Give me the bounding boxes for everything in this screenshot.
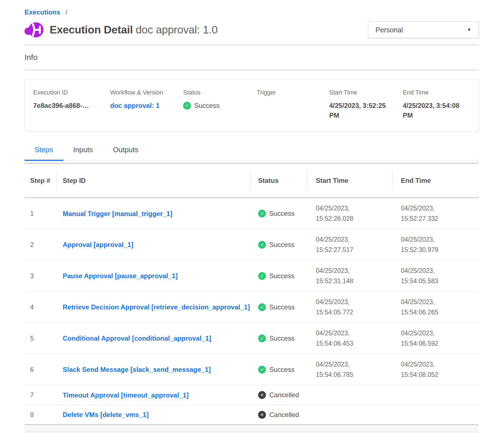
column-header: Start Time [307, 163, 392, 198]
status-label: Success [269, 210, 295, 217]
workspace-dropdown-value: Personal [375, 26, 403, 34]
step-number-cell: 1 [25, 198, 57, 229]
step-link[interactable]: Pause Approval [pause_approval_1] [63, 272, 178, 280]
chevron-down-icon: ▼ [467, 27, 471, 32]
success-icon: ✓ [183, 102, 191, 110]
workspace-dropdown[interactable]: Personal ▼ [368, 21, 479, 38]
step-id-cell: Retrieve Decision Approval [retrieve_dec… [57, 292, 250, 323]
step-id-cell: Timeout Approval [timeout_approval_1] [57, 385, 250, 405]
end-time-cell: 04/25/2023, 15:54:08.052 [392, 354, 479, 385]
page-title: Execution Detail [50, 24, 133, 36]
table-row: 6Slack Send Message [slack_send_message_… [25, 354, 479, 385]
tab-inputs[interactable]: Inputs [63, 146, 103, 160]
table-row: 3Pause Approval [pause_approval_1]✓Succe… [25, 260, 479, 292]
step-link[interactable]: Delete VMs [delete_vms_1] [63, 411, 149, 418]
end-time-cell [392, 405, 479, 425]
step-link[interactable]: Retrieve Decision Approval [retrieve_dec… [63, 303, 250, 311]
workflow-logo-icon [25, 21, 43, 38]
status-badge: ✕Cancelled [258, 391, 307, 399]
step-number-cell: 5 [25, 323, 57, 354]
status-label: Success [269, 241, 295, 249]
step-number-cell: 8 [25, 405, 57, 425]
status-cell: ✓Success [250, 354, 307, 385]
end-time-cell: 04/25/2023, 15:54:06.592 [392, 323, 479, 354]
column-header: Status [250, 163, 307, 198]
success-icon: ✓ [258, 303, 266, 311]
steps-table: Step #Step IDStatusStart TimeEnd Time 1M… [25, 163, 479, 425]
start-time-cell: 04/25/2023, 15:54:06.453 [307, 323, 392, 354]
step-number-cell: 3 [25, 260, 57, 292]
info-field-label: Trigger [257, 89, 329, 96]
start-time-cell: 04/25/2023, 15:54:05.772 [307, 292, 392, 323]
table-row: 7Timeout Approval [timeout_approval_1]✕C… [25, 385, 479, 405]
info-field-value: 4/25/2023, 3:52:25 PM [329, 101, 389, 120]
cancelled-icon: ✕ [258, 411, 266, 419]
status-cell: ✕Cancelled [250, 385, 307, 405]
workflow-version-link[interactable]: doc approval: 1 [110, 101, 170, 110]
step-id-cell: Manual Trigger [manual_trigger_1] [57, 198, 250, 229]
end-time-cell: 04/25/2023, 15:54:05.583 [392, 260, 479, 292]
status-label: Success [194, 101, 220, 110]
status-cell: ✕Cancelled [250, 405, 307, 425]
status-badge: ✓Success [258, 272, 307, 280]
breadcrumb-executions-link[interactable]: Executions [25, 8, 60, 16]
end-time-cell: 04/25/2023, 15:54:06.265 [392, 292, 479, 323]
step-link[interactable]: Approval [approval_1] [63, 241, 133, 248]
step-number-cell: 7 [25, 385, 57, 405]
info-card: Execution ID7e8ac396-a868-…Workflow & Ve… [25, 79, 479, 132]
divider-under-title [25, 45, 479, 45]
step-link[interactable]: Slack Send Message [slack_send_message_1… [63, 366, 211, 373]
success-icon: ✓ [258, 366, 266, 374]
table-row: 1Manual Trigger [manual_trigger_1]✓Succe… [25, 198, 479, 229]
info-field: Start Time4/25/2023, 3:52:25 PM [329, 89, 403, 120]
end-time-cell: 04/25/2023, 15:52:27.332 [392, 198, 479, 229]
step-id-cell: Delete VMs [delete_vms_1] [57, 405, 250, 425]
info-section-title: Info [25, 53, 479, 62]
column-header: End Time [392, 163, 479, 198]
divider-under-info [25, 70, 479, 70]
start-time-cell [307, 385, 392, 405]
breadcrumb-separator: / [66, 8, 67, 16]
table-row: 8Delete VMs [delete_vms_1]✕Cancelled [25, 405, 479, 425]
status-cell: ✓Success [250, 292, 307, 323]
info-field-value: 4/25/2023, 3:54:08 PM [403, 101, 463, 120]
status-label: Success [269, 303, 295, 311]
info-field-label: Execution ID [33, 89, 110, 96]
tab-outputs[interactable]: Outputs [103, 146, 148, 160]
tabs-bar: StepsInputsOutputs [25, 146, 479, 161]
page-title-group: Execution Detaildoc approval: 1.0 [50, 24, 218, 36]
status-label: Cancelled [269, 391, 299, 399]
success-icon: ✓ [258, 335, 266, 342]
step-id-cell: Approval [approval_1] [57, 229, 250, 260]
table-row: 4Retrieve Decision Approval [retrieve_de… [25, 292, 479, 323]
steps-table-body: 1Manual Trigger [manual_trigger_1]✓Succe… [25, 198, 479, 425]
title-row: Execution Detaildoc approval: 1.0 Person… [25, 21, 479, 39]
step-link[interactable]: Timeout Approval [timeout_approval_1] [63, 391, 189, 399]
column-header: Step ID [57, 163, 250, 198]
steps-table-header: Step #Step IDStatusStart TimeEnd Time [25, 163, 479, 198]
status-badge: ✓Success [258, 303, 307, 311]
info-field: Execution ID7e8ac396-a868-… [33, 89, 110, 120]
column-header: Step # [25, 163, 57, 198]
success-icon: ✓ [258, 241, 266, 249]
info-field-label: Workflow & Version [110, 89, 183, 96]
end-time-cell [392, 385, 479, 405]
info-field: Trigger [257, 89, 329, 120]
status-cell: ✓Success [250, 229, 307, 260]
tab-steps[interactable]: Steps [25, 146, 63, 160]
info-field-value: ✓Success [183, 101, 243, 110]
step-number-cell: 6 [25, 354, 57, 385]
status-badge: ✓Success [258, 366, 307, 374]
status-cell: ✓Success [250, 260, 307, 292]
step-link[interactable]: Manual Trigger [manual_trigger_1] [63, 210, 172, 217]
status-label: Success [269, 335, 295, 342]
start-time-cell: 04/25/2023, 15:52:27.517 [307, 229, 392, 260]
info-field: Status✓Success [183, 89, 257, 120]
bottom-strip [25, 425, 479, 433]
info-field-label: End Time [403, 89, 479, 96]
status-label: Cancelled [269, 411, 299, 419]
step-link[interactable]: Conditional Approval [conditional_approv… [63, 335, 211, 342]
status-label: Success [269, 272, 295, 280]
start-time-cell: 04/25/2023, 15:52:26.028 [307, 198, 392, 229]
status-cell: ✓Success [250, 198, 307, 229]
